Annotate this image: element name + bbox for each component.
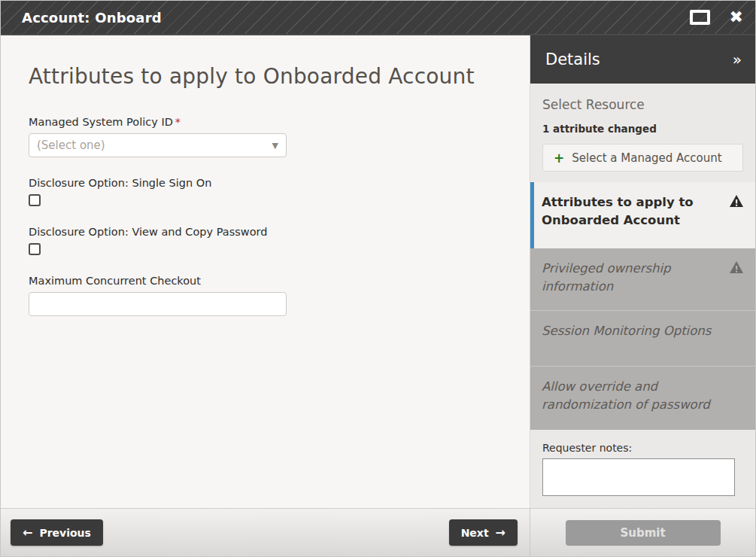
arrow-right-icon: → (496, 525, 506, 540)
dialog-window: Account: Onboard ✖ Attributes to apply t… (0, 0, 756, 557)
view-copy-field-group: Disclosure Option: View and Copy Passwor… (29, 226, 499, 255)
previous-button[interactable]: ← Previous (11, 519, 103, 546)
step-label: Session Monitoring Options (542, 322, 743, 340)
policy-select-value: (Select one) (37, 138, 272, 152)
requester-notes-section: Requester notes: (530, 430, 755, 499)
warning-icon (730, 195, 743, 210)
titlebar-controls: ✖ (690, 9, 743, 26)
next-button[interactable]: Next → (449, 519, 518, 546)
required-asterisk: * (175, 116, 181, 128)
select-resource-section: Select Resource 1 attribute changed + Se… (530, 84, 755, 182)
details-title: Details (545, 50, 733, 68)
arrow-left-icon: ← (23, 525, 32, 540)
policy-select[interactable]: (Select one) ▼ (29, 133, 287, 157)
step-label: Privileged ownership information (542, 260, 730, 296)
next-button-label: Next (461, 527, 489, 539)
view-copy-label: Disclosure Option: View and Copy Passwor… (29, 226, 499, 238)
max-checkout-label: Maximum Concurrent Checkout (29, 275, 499, 287)
step-list: Attributes to apply to Onboarded Account… (530, 182, 755, 430)
main-panel: Attributes to apply to Onboarded Account… (1, 35, 530, 508)
dialog-body: Attributes to apply to Onboarded Account… (1, 35, 755, 508)
step-session-monitoring: Session Monitoring Options (530, 310, 755, 366)
titlebar: Account: Onboard ✖ (1, 1, 755, 35)
plus-icon: + (554, 151, 564, 166)
chevron-down-icon: ▼ (272, 141, 278, 151)
step-allow-override: Allow override and randomization of pass… (530, 366, 755, 430)
requester-notes-label: Requester notes: (542, 442, 743, 454)
footer-bar: ← Previous Next → Submit (1, 508, 755, 556)
policy-label-text: Managed System Policy ID (29, 116, 173, 128)
view-copy-checkbox[interactable] (29, 243, 41, 255)
select-resource-title: Select Resource (542, 97, 743, 112)
maximize-icon[interactable] (690, 10, 710, 25)
select-managed-account-button[interactable]: + Select a Managed Account (542, 144, 743, 172)
details-header: Details » (530, 35, 755, 84)
max-checkout-input[interactable] (29, 292, 287, 316)
page-title: Attributes to apply to Onboarded Account (29, 64, 499, 89)
sso-label: Disclosure Option: Single Sign On (29, 177, 499, 189)
step-privileged-ownership: Privileged ownership information (530, 248, 755, 310)
policy-field-group: Managed System Policy ID* (Select one) ▼ (29, 116, 499, 157)
footer-sidebar: Submit (530, 509, 755, 556)
sso-field-group: Disclosure Option: Single Sign On (29, 177, 499, 206)
footer-main: ← Previous Next → (1, 509, 530, 556)
warning-icon (730, 261, 743, 276)
attributes-changed-status: 1 attribute changed (542, 123, 743, 135)
previous-button-label: Previous (39, 527, 91, 539)
close-icon[interactable]: ✖ (730, 9, 743, 26)
window-title: Account: Onboard (22, 10, 690, 26)
submit-button[interactable]: Submit (566, 520, 721, 546)
details-sidebar: Details » Select Resource 1 attribute ch… (530, 35, 755, 508)
requester-notes-input[interactable] (542, 458, 735, 496)
collapse-chevrons-icon[interactable]: » (733, 50, 742, 68)
sso-checkbox[interactable] (29, 194, 41, 206)
step-label: Attributes to apply to Onboarded Account (542, 193, 730, 230)
select-managed-account-label: Select a Managed Account (572, 151, 721, 165)
policy-field-label: Managed System Policy ID* (29, 116, 499, 128)
max-checkout-field-group: Maximum Concurrent Checkout (29, 275, 499, 316)
step-attributes-onboarded[interactable]: Attributes to apply to Onboarded Account (530, 182, 755, 248)
step-label: Allow override and randomization of pass… (542, 378, 743, 414)
